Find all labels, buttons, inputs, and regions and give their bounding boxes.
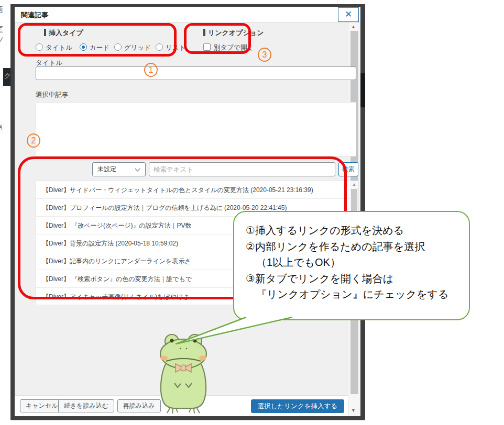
close-button[interactable]: ✕ bbox=[338, 7, 359, 22]
reload-button[interactable]: 再読み込み bbox=[117, 399, 161, 412]
bg-glyph-fragment: 単 bbox=[0, 124, 3, 133]
selected-articles-label: 選択中記事 bbox=[36, 91, 69, 99]
scrollbar-up-icon[interactable]: ▲ bbox=[351, 24, 356, 29]
annotation-rect-link-option bbox=[184, 23, 251, 54]
selected-articles-box[interactable] bbox=[36, 102, 356, 156]
bg-glyph-fragment: 匡 bbox=[0, 25, 3, 35]
modal-title: 関連記事 bbox=[21, 10, 48, 20]
annotation-number-1: 1 bbox=[144, 63, 158, 77]
bg-glyph-fragment: 画 bbox=[0, 5, 3, 15]
load-more-button[interactable]: 続きを読み込む bbox=[58, 399, 114, 412]
callout-line: 『リンクオプション』にチェックをする bbox=[246, 286, 469, 303]
callout-line: ③新タブでリンクを開く場合は bbox=[246, 271, 469, 287]
bg-glyph-fragment: ノ bbox=[0, 36, 4, 45]
frog-right-blush bbox=[199, 356, 206, 361]
speech-bubble-tail bbox=[157, 309, 314, 351]
annotation-number-2: 2 bbox=[27, 133, 40, 148]
callout-line: ①挿入するリンクの形式を決める bbox=[246, 222, 469, 239]
bg-glyph-fragment: ク bbox=[4, 71, 10, 81]
scrollbar-down-icon[interactable]: ▼ bbox=[351, 408, 356, 413]
annotation-number-3: 3 bbox=[258, 48, 271, 62]
title-input[interactable] bbox=[36, 66, 356, 80]
insert-selected-link-button[interactable]: 選択したリンクを挿入する bbox=[251, 399, 344, 413]
frog-left-blush bbox=[160, 356, 168, 361]
scrollbar-up-icon[interactable]: ▲ bbox=[352, 182, 356, 187]
callout-line: ②内部リンクを作るための記事を選択 bbox=[246, 239, 469, 255]
modal-titlebar: 関連記事 bbox=[15, 7, 360, 23]
callout-line: （1以上でもOK） bbox=[246, 254, 469, 271]
annotation-rect-insert-type bbox=[18, 23, 177, 57]
modal-frame-notch bbox=[360, 73, 365, 107]
callout-speech-bubble: ①挿入するリンクの形式を決める ②内部リンクを作るための記事を選択 （1以上でも… bbox=[233, 211, 470, 320]
dimmed-background-fragments: 画 匡 ノ ク 単 bbox=[0, 0, 10, 416]
cancel-button[interactable]: キャンセル bbox=[20, 399, 63, 412]
frog-bowtie bbox=[176, 364, 191, 372]
frog-feet bbox=[167, 408, 200, 413]
